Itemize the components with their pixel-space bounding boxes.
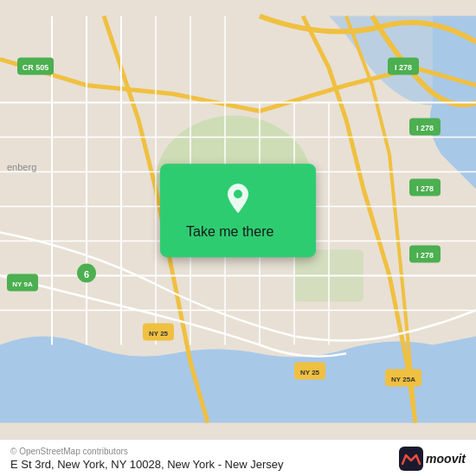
svg-text:enberg: enberg (7, 162, 36, 172)
moovit-logo-icon (399, 447, 423, 471)
address-line: E St 3rd, New York, NY 10028, New York -… (10, 458, 284, 471)
svg-text:NY 25A: NY 25A (391, 376, 415, 383)
svg-text:NY 9A: NY 9A (12, 280, 33, 288)
location-pin-icon (221, 181, 255, 215)
bottom-bar-left: © OpenStreetMap contributors E St 3rd, N… (10, 447, 284, 471)
svg-text:I 278: I 278 (416, 251, 434, 260)
svg-text:I 278: I 278 (416, 124, 434, 132)
svg-text:CR 505: CR 505 (23, 63, 49, 72)
take-me-there-button[interactable]: Take me there (186, 224, 273, 240)
svg-text:NY 25: NY 25 (300, 369, 320, 376)
svg-text:6: 6 (84, 269, 89, 280)
moovit-text: moovit (426, 452, 466, 466)
app: CR 505 I 278 I 278 I 278 I 278 NY 9A 6 N… (0, 0, 476, 476)
svg-text:I 278: I 278 (395, 63, 412, 72)
attribution: © OpenStreetMap contributors (10, 447, 284, 456)
bottom-bar: © OpenStreetMap contributors E St 3rd, N… (0, 439, 476, 476)
svg-point-40 (234, 190, 242, 198)
svg-text:I 278: I 278 (416, 184, 434, 193)
location-card: Take me there (160, 164, 316, 257)
svg-text:NY 25: NY 25 (149, 330, 169, 338)
moovit-logo: moovit (399, 447, 466, 471)
svg-rect-41 (399, 447, 423, 471)
map-container: CR 505 I 278 I 278 I 278 I 278 NY 9A 6 N… (0, 0, 476, 439)
